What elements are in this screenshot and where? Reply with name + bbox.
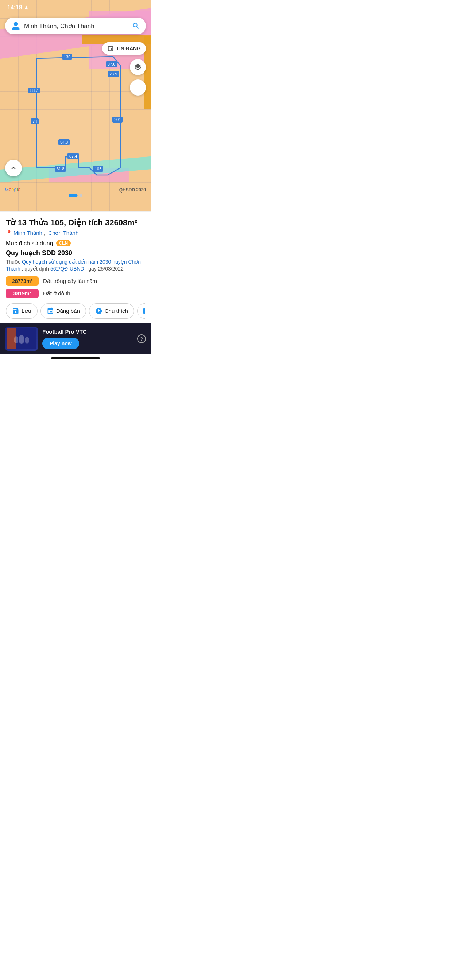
collapse-button[interactable] <box>5 160 22 177</box>
ad-artwork <box>7 328 36 348</box>
calendar-icon <box>107 45 114 52</box>
ad-title: Football Pro VTC <box>42 328 133 335</box>
location-link-2[interactable]: Chơn Thành <box>48 230 78 236</box>
note-icon <box>95 307 102 315</box>
google-logo: Google <box>5 186 21 192</box>
qh-description: Thuộc Quy hoạch sử dụng đất đến năm 2030… <box>6 258 145 273</box>
dim-top: 130 <box>62 54 72 60</box>
save-label: Lưu <box>22 308 31 314</box>
land-type-name-1: Đất trồng cây lâu năm <box>43 278 97 285</box>
dim-left2: 73 <box>30 118 39 124</box>
dim-left1: 88.7 <box>29 88 40 93</box>
land-badge-2: 3819m² <box>6 289 39 298</box>
qh-title: Quy hoạch SĐĐ 2030 <box>6 249 145 257</box>
action-buttons: Lưu Đăng bán Chú thích Cl <box>6 303 145 319</box>
qh-link-2[interactable]: 562/QĐ-UBND <box>50 266 84 272</box>
tin-dang-label: TIN ĐĂNG <box>116 46 141 51</box>
purpose-label: Mục đích sử dụng <box>6 240 53 247</box>
post-label: Đăng bán <box>56 308 80 314</box>
home-indicator <box>0 355 151 362</box>
ad-content: Football Pro VTC Play now <box>42 328 133 349</box>
land-type-row-1: 28773m² Đất trồng cây lâu năm <box>6 276 145 286</box>
qhsdd-label: QHSDĐ 2030 <box>119 188 146 192</box>
note-button[interactable]: Chú thích <box>89 303 134 319</box>
info-purpose-row: Mục đích sử dụng CLN <box>6 240 145 247</box>
map-container[interactable]: 130 37.6 23.9 88.7 73 201 54.3 87.4 31.8… <box>0 0 151 212</box>
pin-icon: 📍 <box>6 230 12 236</box>
land-type-name-2: Đất ở đô thị <box>43 290 72 297</box>
save-icon <box>12 307 19 315</box>
dim-bottom-left1: 54.3 <box>58 139 70 145</box>
location-arrow-icon <box>24 5 29 10</box>
search-bar[interactable] <box>5 18 146 34</box>
search-input[interactable] <box>24 22 128 30</box>
layers-button[interactable] <box>130 59 146 75</box>
camera-button[interactable]: Cl <box>137 303 145 319</box>
tin-dang-button[interactable]: TIN ĐĂNG <box>102 42 146 55</box>
ad-banner: Football Pro VTC Play now ? <box>0 323 151 355</box>
play-now-button[interactable]: Play now <box>42 337 79 349</box>
svg-point-5 <box>14 336 18 344</box>
land-badge-1: 28773m² <box>6 276 39 286</box>
person-icon <box>11 21 21 30</box>
dim-top-right: 37.6 <box>106 61 117 67</box>
ad-image <box>5 327 38 351</box>
status-time: 14:18 <box>7 5 29 11</box>
pagination-dots <box>69 194 83 197</box>
dim-bottom-left2: 87.4 <box>67 153 79 159</box>
ad-help-button[interactable]: ? <box>137 334 146 343</box>
location-link-1[interactable]: Minh Thành <box>13 230 42 236</box>
save-button[interactable]: Lưu <box>6 303 38 319</box>
land-type-row-2: 3819m² Đất ở đô thị <box>6 289 145 298</box>
dim-bottom1: 31.8 <box>55 166 66 172</box>
page-dot-1[interactable] <box>69 194 78 197</box>
cln-badge: CLN <box>56 240 71 247</box>
dim-right-top: 23.9 <box>108 71 119 77</box>
home-bar <box>51 357 100 359</box>
layers-icon <box>134 63 142 72</box>
note-label: Chú thích <box>105 308 128 314</box>
svg-point-3 <box>19 335 24 344</box>
ad-thumbnail <box>7 328 36 349</box>
up-arrow-icon <box>10 164 18 172</box>
parcel-title: Tờ 13 Thửa 105, Diện tích 32608m² <box>6 218 145 228</box>
dim-right: 201 <box>112 117 123 123</box>
post-icon <box>47 307 54 315</box>
camera-icon <box>144 307 145 315</box>
search-icon[interactable] <box>132 22 140 30</box>
status-bar: 14:18 4G <box>0 0 151 13</box>
post-button[interactable]: Đăng bán <box>40 303 86 319</box>
svg-point-4 <box>25 337 29 344</box>
info-panel: Tờ 13 Thửa 105, Diện tích 32608m² 📍 Minh… <box>0 212 151 323</box>
page-dot-2[interactable] <box>80 194 83 197</box>
dim-bottom2: 103 <box>93 166 103 172</box>
compass-button[interactable] <box>130 80 146 95</box>
info-location: 📍 Minh Thành , Chơn Thành <box>6 230 145 236</box>
